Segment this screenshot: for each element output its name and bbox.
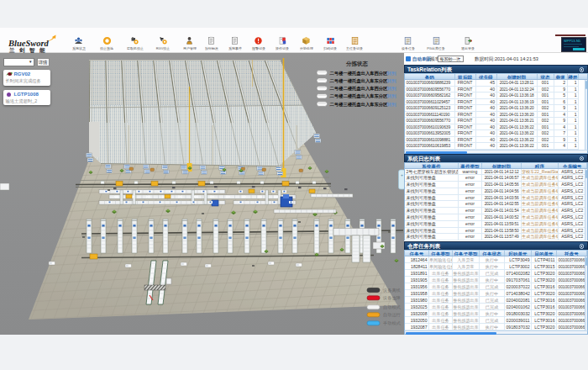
svg-text:转到: 转到 (387, 71, 396, 76)
svg-text:设备故障: 设备故障 (382, 295, 401, 301)
svg-text:转到: 转到 (387, 102, 396, 107)
svg-text:二号楼一楼托盘出入库东分区: 二号楼一楼托盘出入库东分区 (329, 78, 389, 84)
svg-text:转到: 转到 (387, 86, 396, 91)
svg-text:分拣状态: 分拣状态 (345, 61, 369, 67)
svg-text:二号楼二楼托盘出入库西分区: 二号楼二楼托盘出入库西分区 (329, 86, 389, 92)
svg-text:二号楼三楼托盘出入库东分区: 二号楼三楼托盘出入库东分区 (329, 102, 389, 108)
svg-text:二号楼一楼托盘出入库西分区: 二号楼一楼托盘出入库西分区 (329, 71, 389, 77)
svg-text:+: + (401, 172, 403, 177)
svg-text:自动运行: 自动运行 (383, 312, 402, 318)
svg-text:自动模式: 自动模式 (383, 304, 402, 310)
svg-text:手动模式: 手动模式 (383, 320, 402, 325)
svg-text:转到: 转到 (387, 78, 396, 83)
svg-text:设备离线: 设备离线 (382, 288, 401, 293)
svg-text:转到: 转到 (387, 93, 396, 98)
svg-text:二号楼二楼托盘出入库东分区: 二号楼二楼托盘出入库东分区 (329, 93, 389, 99)
